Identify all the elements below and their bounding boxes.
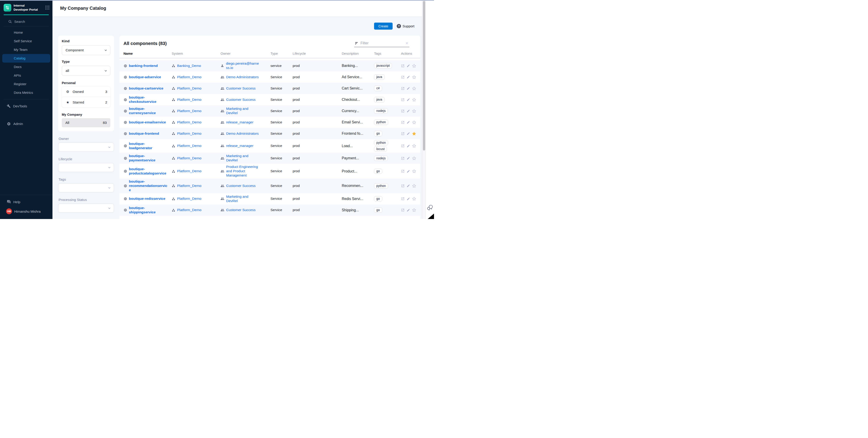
table-row[interactable]: boutique-adservice Platform_Demo Demo Ad… [119,71,420,83]
component-link[interactable]: boutique-productcatalogservice [129,167,167,176]
star-toggle-icon[interactable] [412,64,416,68]
open-in-new-icon[interactable] [401,169,405,173]
owner-link[interactable]: Demo Administrators [226,75,259,79]
owner-link[interactable]: Customer Success [226,86,255,91]
owner-link[interactable]: Marketing and DevRel [226,154,260,163]
kind-select[interactable]: Component [62,45,111,55]
star-toggle-icon[interactable] [412,197,416,201]
sidebar-item-register[interactable]: Register [0,80,53,88]
open-in-new-icon[interactable] [401,64,405,68]
tag-chip[interactable]: c# [374,86,382,91]
component-link[interactable]: boutique-checkoutservice [129,95,167,104]
extra-filter-select[interactable] [58,204,114,213]
open-in-new-icon[interactable] [401,132,405,136]
owner-link[interactable]: Marketing and DevRel [226,107,260,115]
column-header-name[interactable]: Name [123,52,172,55]
tag-chip[interactable]: go [374,196,382,201]
open-in-new-icon[interactable] [401,109,405,113]
edit-pencil-icon[interactable] [407,132,410,135]
scrollbar-thumb[interactable] [423,1,425,150]
sidebar-item-home[interactable]: Home [0,28,53,37]
column-header-owner[interactable]: Owner [220,52,271,55]
type-select[interactable]: all [62,66,111,76]
open-in-new-icon[interactable] [401,87,405,91]
edit-pencil-icon[interactable] [407,87,410,90]
system-link[interactable]: Platform_Demo [177,132,202,136]
component-link[interactable]: boutique-frontend [129,132,159,136]
owner-link[interactable]: Customer Success [226,208,255,212]
edit-pencil-icon[interactable] [407,64,410,68]
starred-filter[interactable]: ★ Starred 2 [62,97,111,107]
edit-pencil-icon[interactable] [407,121,410,124]
edit-pencil-icon[interactable] [407,197,410,201]
sidebar-item-apis[interactable]: APIs [0,71,53,80]
system-link[interactable]: Platform_Demo [177,156,202,161]
owner-link[interactable]: release_manager [226,144,253,148]
table-row[interactable]: boutique-emailservice Platform_Demo rele… [119,116,420,128]
owner-link[interactable]: diego.pereira@harness.io [226,62,260,70]
tag-chip[interactable]: java [374,74,384,79]
system-link[interactable]: Platform_Demo [177,120,202,125]
component-link[interactable]: boutique-currencyservice [129,107,167,115]
tag-chip[interactable]: go [374,169,382,174]
table-row[interactable]: boutique-redisservice Platform_Demo Mark… [119,193,420,205]
table-row[interactable]: boutique-shippingservice Platform_Demo C… [119,205,420,216]
star-toggle-icon[interactable] [412,98,416,102]
tag-chip[interactable]: python [374,140,388,145]
owner-link[interactable]: Customer Success [226,184,255,188]
table-row[interactable]: banking-frontend Banking_Demo diego.pere… [119,60,420,71]
tag-chip[interactable]: go [374,207,382,213]
sidebar-item-docs[interactable]: Docs [0,63,53,71]
star-toggle-icon[interactable] [412,156,416,161]
open-in-new-icon[interactable] [401,121,405,124]
component-link[interactable]: boutique-shippingservice [129,206,167,214]
system-link[interactable]: Platform_Demo [177,169,202,173]
system-link[interactable]: Platform_Demo [177,86,202,91]
tag-chip[interactable]: java [374,97,384,102]
open-in-new-icon[interactable] [401,197,405,201]
create-button[interactable]: Create [374,23,393,30]
star-toggle-icon[interactable] [412,109,416,113]
table-row[interactable]: boutique-cartservice Platform_Demo Custo… [119,83,420,94]
star-toggle-icon[interactable] [412,120,416,125]
system-link[interactable]: Platform_Demo [177,98,202,102]
table-row[interactable]: boutique-recommendationservice Platform_… [119,178,420,193]
column-header-description[interactable]: Description [342,52,374,55]
component-link[interactable]: boutique-loadgenerator [129,142,167,150]
table-row[interactable]: boutique-loadgenerator Platform_Demo rel… [119,139,420,153]
star-toggle-icon[interactable] [412,75,416,79]
component-link[interactable]: boutique-emailservice [129,120,166,125]
apps-grid-icon[interactable] [45,6,49,9]
system-link[interactable]: Platform_Demo [177,184,202,188]
tag-chip[interactable]: locust [374,146,387,151]
table-row[interactable]: boutique-productcatalogservice Platform_… [119,164,420,178]
owned-filter[interactable]: ⚙︎ Owned 3 [62,87,111,97]
company-all-filter[interactable]: All 83 [62,118,111,127]
edit-pencil-icon[interactable] [407,98,410,101]
extra-filter-select[interactable] [58,163,114,172]
sidebar-item-self-service[interactable]: Self Service [0,37,53,45]
open-in-new-icon[interactable] [401,184,405,188]
clear-filter-icon[interactable]: ✕ [405,41,408,45]
page-scrollbar[interactable] [422,0,426,219]
table-row[interactable]: boutique-currencyservice Platform_Demo M… [119,105,420,116]
component-link[interactable]: boutique-recommendationservice [129,179,167,192]
component-link[interactable]: boutique-adservice [129,75,161,79]
owner-link[interactable]: Marketing and DevRel [226,195,260,203]
table-filter-input[interactable] [361,41,403,45]
sidebar-item-admin[interactable]: Admin [0,119,53,128]
owner-link[interactable]: release_manager [226,120,253,125]
column-header-type[interactable]: Type [271,52,293,55]
column-header-lifecycle[interactable]: Lifecycle [293,52,342,55]
edit-pencil-icon[interactable] [407,169,410,173]
star-toggle-icon[interactable] [412,86,416,91]
sidebar-search[interactable]: Search [4,18,49,27]
column-header-actions[interactable]: Actions [401,52,416,55]
sidebar-item-my-team[interactable]: My Team [0,45,53,54]
tag-chip[interactable]: python [374,120,388,125]
table-row[interactable]: boutique-checkoutservice Platform_Demo C… [119,94,420,105]
system-link[interactable]: Platform_Demo [177,208,202,212]
star-toggle-icon[interactable] [412,169,416,173]
system-link[interactable]: Platform_Demo [177,75,202,79]
tag-chip[interactable]: python [374,183,388,189]
